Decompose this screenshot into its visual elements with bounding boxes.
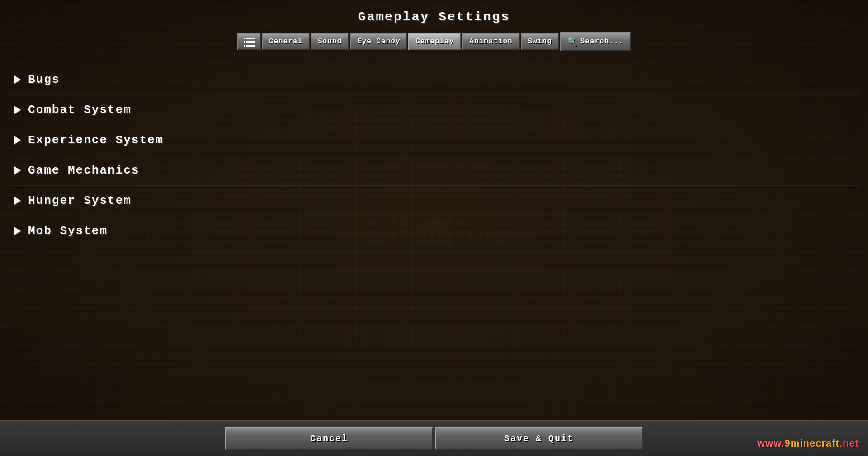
category-item-experience-system[interactable]: Experience System <box>9 125 859 155</box>
tab-search[interactable]: 🔍 Search... <box>560 32 631 51</box>
category-item-mob-system[interactable]: Mob System <box>9 216 859 246</box>
list-icon <box>244 38 255 46</box>
category-item-bugs[interactable]: Bugs <box>9 65 859 95</box>
category-label-bugs: Bugs <box>28 73 60 86</box>
tab-bar: General Sound Eye Candy Gameplay Animati… <box>237 32 631 51</box>
svg-rect-0 <box>244 38 245 39</box>
page-container: Gameplay Settings General Sound <box>0 0 868 456</box>
tab-sound[interactable]: Sound <box>311 33 349 50</box>
main-content: Bugs Combat System Experience System Gam… <box>0 60 868 420</box>
svg-rect-1 <box>246 38 255 39</box>
tab-animation[interactable]: Animation <box>462 33 519 50</box>
category-label-experience-system: Experience System <box>28 133 163 147</box>
tab-list-icon[interactable] <box>237 33 261 50</box>
category-label-hunger-system: Hunger System <box>28 194 132 207</box>
category-item-combat-system[interactable]: Combat System <box>9 95 859 125</box>
category-label-combat-system: Combat System <box>28 103 132 117</box>
arrow-icon-combat-system <box>14 105 21 114</box>
category-item-hunger-system[interactable]: Hunger System <box>9 186 859 216</box>
svg-rect-3 <box>246 41 255 43</box>
search-icon: 🔍 <box>567 37 578 47</box>
page-title: Gameplay Settings <box>358 10 510 24</box>
watermark: www.9minecraft.net <box>757 437 859 449</box>
bottom-bar: Cancel Save & Quit www.9minecraft.net <box>0 420 868 456</box>
tab-swing[interactable]: Swing <box>521 33 559 50</box>
save-quit-button[interactable]: Save & Quit <box>435 427 643 450</box>
cancel-button[interactable]: Cancel <box>225 427 433 450</box>
svg-rect-4 <box>244 45 245 47</box>
tab-gameplay[interactable]: Gameplay <box>408 33 461 50</box>
arrow-icon-game-mechanics <box>14 166 21 175</box>
tab-general[interactable]: General <box>262 33 310 50</box>
category-label-game-mechanics: Game Mechanics <box>28 164 139 177</box>
category-label-mob-system: Mob System <box>28 224 108 238</box>
category-item-game-mechanics[interactable]: Game Mechanics <box>9 155 859 186</box>
arrow-icon-bugs <box>14 75 21 84</box>
arrow-icon-experience-system <box>14 136 21 145</box>
arrow-icon-mob-system <box>14 226 21 235</box>
svg-rect-5 <box>246 45 255 47</box>
tab-eye-candy[interactable]: Eye Candy <box>350 33 407 50</box>
svg-rect-2 <box>244 41 245 43</box>
arrow-icon-hunger-system <box>14 196 21 205</box>
